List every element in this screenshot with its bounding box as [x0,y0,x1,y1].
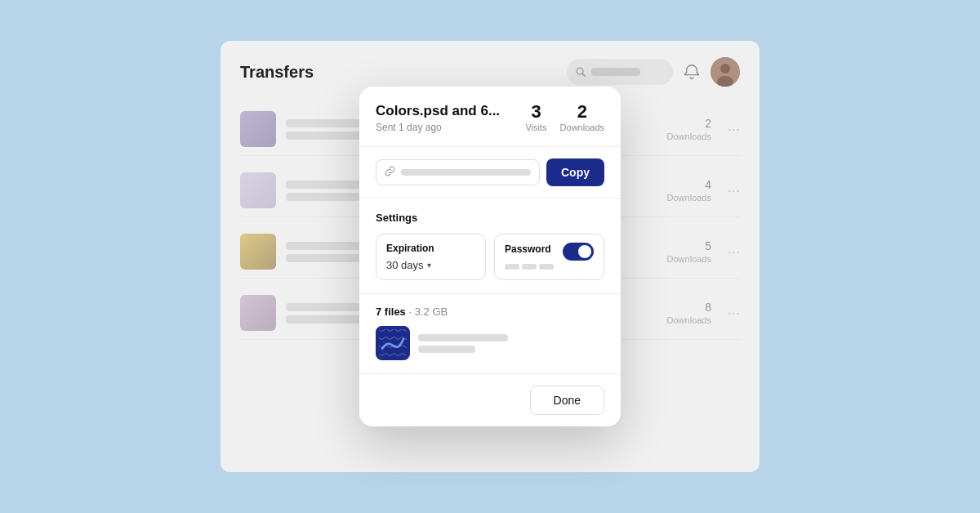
modal-header: Colors.psd and 6... Sent 1 day ago 3 Vis… [359,87,621,147]
password-toggle[interactable] [563,243,594,261]
svg-rect-6 [379,329,407,357]
download-stat: 4 Downloads [662,178,711,203]
svg-point-3 [720,64,730,74]
download-count: 2 [705,117,711,130]
search-bar [567,59,673,85]
chevron-down-icon: ▾ [427,261,431,270]
link-url-placeholder [401,169,531,176]
download-stat: 8 Downloads [662,301,711,325]
file-thumbnail [240,295,276,331]
download-count: 8 [705,301,711,314]
file-item [376,326,604,360]
expiration-value: 30 days [386,259,424,271]
files-size: · [408,306,414,318]
app-header: Transfers [240,57,740,87]
files-count: 7 files [376,306,406,318]
pwd-dot [505,264,519,270]
more-options-icon: ··· [728,243,740,261]
password-card-inner: Password [505,243,594,261]
download-count: 4 [705,178,711,191]
toggle-knob [578,245,591,258]
search-icon [575,66,586,78]
app-title: Transfers [240,63,314,82]
password-label: Password [505,243,551,255]
download-label: Downloads [667,315,711,325]
modal-stats: 3 Visits 2 Downloads [525,103,604,132]
user-avatar [710,57,740,87]
downloads-count: 2 [577,103,587,121]
password-dots [505,264,594,270]
more-options-icon: ··· [728,121,740,138]
copy-button[interactable]: Copy [546,158,604,186]
pwd-dot [522,264,537,270]
modal-files-section: 7 files · 3.2 GB [359,294,621,374]
files-size-value: 3.2 GB [415,306,448,318]
modal-footer: Done [359,374,621,426]
expiration-label: Expiration [386,243,475,254]
visits-count: 3 [531,103,541,121]
download-count: 5 [705,239,711,252]
modal-link-section: Copy [359,147,621,199]
expiration-card: Expiration 30 days ▾ [376,234,486,280]
modal-title-section: Colors.psd and 6... Sent 1 day ago [376,103,509,133]
share-modal: Colors.psd and 6... Sent 1 day ago 3 Vis… [359,87,621,426]
downloads-label: Downloads [560,123,604,132]
settings-title: Settings [376,212,604,224]
link-icon [385,166,395,179]
download-label: Downloads [667,254,711,264]
downloads-stat: 2 Downloads [560,103,604,132]
file-name-line [418,334,508,341]
modal-settings-section: Settings Expiration 30 days ▾ Password [359,199,621,294]
file-thumbnail [240,111,276,147]
password-card: Password [494,234,604,280]
more-options-icon: ··· [728,182,740,199]
modal-title: Colors.psd and 6... [376,103,509,119]
header-right [567,57,740,87]
done-button[interactable]: Done [530,386,604,415]
search-placeholder [591,68,640,76]
modal-subtitle: Sent 1 day ago [376,122,509,133]
download-stat: 5 Downloads [662,239,711,264]
file-thumbnail [240,172,276,208]
visits-label: Visits [525,123,546,132]
file-thumbnail [376,326,410,360]
file-size-line [418,346,475,353]
svg-line-1 [582,74,585,76]
files-header: 7 files · 3.2 GB [376,306,604,318]
expiration-select[interactable]: 30 days ▾ [386,259,475,271]
download-stat: 2 Downloads [662,117,711,141]
download-label: Downloads [667,132,711,141]
file-text-lines [418,334,508,353]
file-thumbnail [240,234,276,270]
download-label: Downloads [667,193,711,203]
settings-row: Expiration 30 days ▾ Password [376,234,604,280]
more-options-icon: ··· [728,305,740,322]
link-input-wrapper [376,159,540,185]
visits-stat: 3 Visits [525,103,546,132]
pwd-dot [539,264,554,270]
bell-icon [683,63,701,81]
